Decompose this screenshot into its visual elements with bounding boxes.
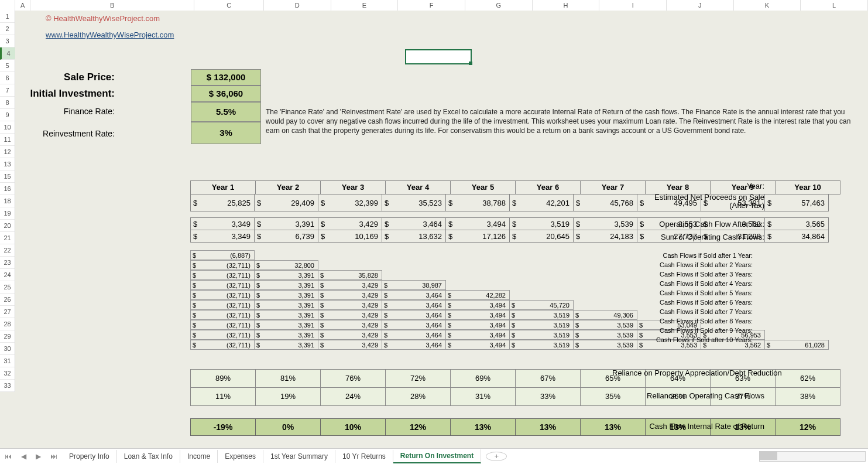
cf-cell[interactable]: $3,391 bbox=[254, 300, 318, 310]
cf-cell[interactable]: $3,464 bbox=[382, 300, 446, 310]
year-header[interactable]: Year 7 bbox=[580, 180, 646, 195]
reliance-ocf-cell[interactable]: 28% bbox=[385, 387, 451, 406]
irr-cell[interactable]: 0% bbox=[255, 418, 321, 436]
row-9[interactable]: 9 bbox=[0, 109, 15, 121]
cf-cell[interactable]: $(32,711) bbox=[190, 280, 255, 290]
sum-cashflow-cell[interactable]: $34,864 bbox=[764, 230, 829, 243]
row-2[interactable]: 2 bbox=[0, 23, 15, 35]
tab-nav-first[interactable]: ⏮ bbox=[0, 452, 16, 460]
irr-cell[interactable]: -19% bbox=[190, 418, 256, 436]
sheet-tab[interactable]: Expenses bbox=[218, 450, 263, 463]
year-header[interactable]: Year 1 bbox=[190, 180, 256, 195]
net-proceeds-cell[interactable]: $29,409 bbox=[254, 194, 318, 211]
reliance-ocf-cell[interactable]: 19% bbox=[255, 387, 321, 406]
row-24[interactable]: 24 bbox=[0, 269, 15, 281]
reliance-ocf-cell[interactable]: 11% bbox=[190, 387, 256, 406]
row-28[interactable]: 28 bbox=[0, 318, 15, 330]
irr-cell[interactable]: 13% bbox=[450, 418, 516, 436]
reliance-ocf-cell[interactable]: 38% bbox=[775, 387, 840, 406]
irr-cell[interactable]: 10% bbox=[320, 418, 386, 436]
cf-cell[interactable]: $3,494 bbox=[445, 330, 510, 340]
op-cashflow-cell[interactable]: $3,539 bbox=[573, 217, 637, 230]
sale-price-value[interactable]: $ 132,000 bbox=[191, 69, 261, 86]
grid-area[interactable]: © HealthWealthyWiseProject.com www.Healt… bbox=[15, 11, 868, 449]
row-21[interactable]: 21 bbox=[0, 232, 15, 244]
cf-cell[interactable]: $3,391 bbox=[254, 290, 318, 300]
row-18[interactable]: 18 bbox=[0, 195, 15, 207]
reliance-ocf-cell[interactable]: 24% bbox=[320, 387, 386, 406]
row-13[interactable]: 13 bbox=[0, 158, 15, 170]
row-32[interactable]: 32 bbox=[0, 367, 15, 380]
cf-cell[interactable]: $49,306 bbox=[573, 310, 637, 320]
col-H[interactable]: H bbox=[533, 0, 600, 11]
reliance-prop-cell[interactable]: 89% bbox=[190, 369, 256, 388]
cf-cell[interactable]: $32,800 bbox=[254, 260, 318, 270]
cf-cell[interactable]: $3,494 bbox=[445, 300, 510, 310]
year-header[interactable]: Year 6 bbox=[515, 180, 581, 195]
sheet-tab[interactable]: 10 Yr Returns bbox=[335, 450, 393, 463]
cf-cell[interactable]: $3,519 bbox=[509, 320, 574, 330]
col-G[interactable]: G bbox=[465, 0, 533, 11]
cf-cell[interactable]: $3,429 bbox=[318, 310, 382, 320]
active-cell-F4[interactable] bbox=[405, 49, 472, 64]
cf-cell[interactable]: $3,429 bbox=[318, 280, 382, 290]
op-cashflow-cell[interactable]: $3,349 bbox=[190, 217, 255, 230]
cf-cell[interactable]: $3,494 bbox=[445, 320, 510, 330]
year-header[interactable]: Year 2 bbox=[255, 180, 321, 195]
year-header[interactable]: Year 5 bbox=[450, 180, 516, 195]
row-12[interactable]: 12 bbox=[0, 146, 15, 158]
cf-cell[interactable]: $3,464 bbox=[382, 290, 446, 300]
op-cashflow-cell[interactable]: $3,519 bbox=[509, 217, 574, 230]
op-cashflow-cell[interactable]: $3,429 bbox=[318, 217, 382, 230]
col-J[interactable]: J bbox=[667, 0, 734, 11]
col-D[interactable]: D bbox=[264, 0, 331, 11]
col-K[interactable]: K bbox=[734, 0, 801, 11]
horizontal-scrollbar[interactable] bbox=[759, 451, 866, 462]
cf-cell[interactable]: $(6,887) bbox=[190, 250, 255, 260]
cf-cell[interactable]: $(32,711) bbox=[190, 310, 255, 320]
reliance-prop-cell[interactable]: 62% bbox=[775, 369, 840, 388]
row-5[interactable]: 5 bbox=[0, 60, 15, 72]
row-1[interactable]: 1 bbox=[0, 11, 15, 23]
cf-cell[interactable]: $(32,711) bbox=[190, 290, 255, 300]
net-proceeds-cell[interactable]: $25,825 bbox=[190, 194, 255, 211]
cf-cell[interactable]: $(32,711) bbox=[190, 270, 255, 280]
col-L[interactable]: L bbox=[801, 0, 868, 11]
irr-cell[interactable]: 12% bbox=[385, 418, 451, 436]
net-proceeds-cell[interactable]: $42,201 bbox=[509, 194, 574, 211]
op-cashflow-cell[interactable]: $3,494 bbox=[445, 217, 510, 230]
cf-cell[interactable]: $(32,711) bbox=[190, 340, 255, 350]
row-10[interactable]: 10 bbox=[0, 121, 15, 134]
cf-cell[interactable]: $3,519 bbox=[509, 310, 574, 320]
net-proceeds-cell[interactable]: $45,768 bbox=[573, 194, 637, 211]
sum-cashflow-cell[interactable]: $20,645 bbox=[509, 230, 574, 243]
col-E[interactable]: E bbox=[331, 0, 399, 11]
row-4[interactable]: 4 bbox=[0, 47, 16, 60]
col-I[interactable]: I bbox=[599, 0, 667, 11]
cf-cell[interactable]: $3,519 bbox=[509, 340, 574, 350]
sum-cashflow-cell[interactable]: $24,183 bbox=[573, 230, 637, 243]
cf-cell[interactable]: $38,987 bbox=[382, 280, 446, 290]
col-C[interactable]: C bbox=[194, 0, 264, 11]
row-16[interactable]: 16 bbox=[0, 183, 15, 195]
reliance-prop-cell[interactable]: 67% bbox=[515, 369, 581, 388]
row-20[interactable]: 20 bbox=[0, 220, 15, 232]
sheet-tab[interactable]: 1st Year Summary bbox=[263, 450, 335, 463]
col-A[interactable]: A bbox=[15, 0, 30, 11]
irr-cell[interactable]: 13% bbox=[580, 418, 646, 436]
sheet-tab[interactable]: Return On Investment bbox=[393, 449, 481, 463]
row-33[interactable]: 33 bbox=[0, 380, 15, 392]
cf-cell[interactable]: $3,539 bbox=[573, 320, 637, 330]
row-31[interactable]: 31 bbox=[0, 355, 15, 367]
cf-cell[interactable]: $3,464 bbox=[382, 310, 446, 320]
tab-nav-next[interactable]: ▶ bbox=[31, 452, 46, 460]
sheet-tab[interactable]: Income bbox=[180, 450, 218, 463]
reliance-prop-cell[interactable]: 81% bbox=[255, 369, 321, 388]
row-30[interactable]: 30 bbox=[0, 343, 15, 355]
reliance-prop-cell[interactable]: 72% bbox=[385, 369, 451, 388]
cf-cell[interactable]: $3,391 bbox=[254, 320, 318, 330]
sum-cashflow-cell[interactable]: $17,126 bbox=[445, 230, 510, 243]
cf-cell[interactable]: $45,720 bbox=[509, 300, 574, 310]
sum-cashflow-cell[interactable]: $13,632 bbox=[382, 230, 446, 243]
reliance-ocf-cell[interactable]: 31% bbox=[450, 387, 516, 406]
